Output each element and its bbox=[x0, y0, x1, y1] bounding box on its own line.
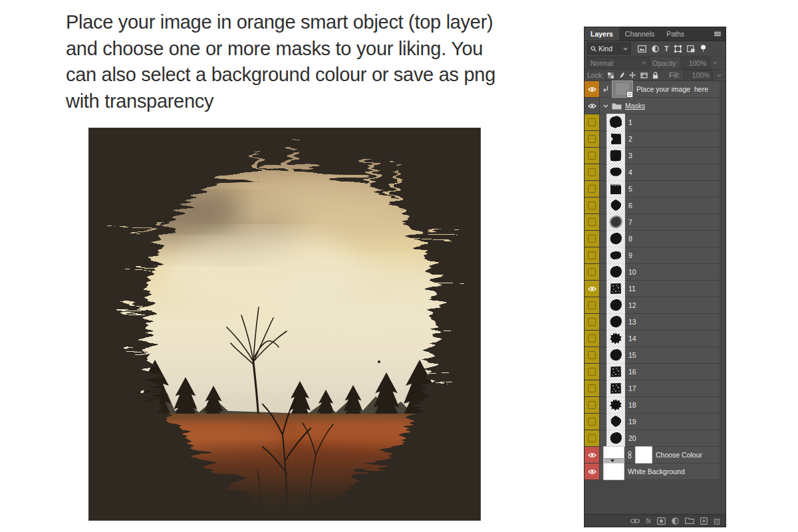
visibility-toggle[interactable] bbox=[585, 114, 600, 131]
visibility-toggle[interactable] bbox=[585, 397, 600, 414]
visibility-toggle[interactable] bbox=[585, 148, 600, 164]
visibility-toggle[interactable] bbox=[585, 347, 600, 364]
mask-thumbnail[interactable] bbox=[606, 430, 625, 447]
layer-effects-icon[interactable]: fx bbox=[646, 517, 651, 525]
visibility-toggle[interactable] bbox=[585, 131, 600, 148]
mask-layer-row[interactable]: 11 bbox=[585, 281, 726, 297]
tab-layers[interactable]: Layers bbox=[585, 27, 619, 41]
new-adjustment-layer-icon[interactable] bbox=[672, 517, 679, 525]
smart-object-thumbnail[interactable] bbox=[612, 80, 633, 98]
mask-layer-row[interactable]: 7 bbox=[585, 214, 726, 231]
adjustment-layers-filter-icon[interactable] bbox=[652, 45, 659, 53]
mask-thumbnail[interactable] bbox=[606, 213, 625, 231]
visibility-toggle[interactable] bbox=[585, 231, 600, 247]
lock-position-icon[interactable] bbox=[629, 72, 636, 78]
filter-kind-dropdown[interactable]: Kind bbox=[587, 43, 631, 55]
mask-layer-row[interactable]: 8 bbox=[585, 231, 726, 247]
link-layers-icon[interactable] bbox=[630, 519, 640, 523]
mask-layer-row[interactable]: 16 bbox=[585, 364, 726, 380]
visibility-toggle[interactable] bbox=[585, 81, 600, 98]
mask-thumbnail[interactable] bbox=[606, 380, 625, 397]
mask-thumbnail[interactable] bbox=[606, 230, 625, 247]
mask-layer-row[interactable]: 10 bbox=[585, 264, 726, 281]
visibility-toggle[interactable] bbox=[585, 281, 600, 297]
tab-channels[interactable]: Channels bbox=[619, 27, 660, 41]
mask-thumbnail[interactable] bbox=[606, 180, 625, 198]
mask-thumbnail[interactable] bbox=[606, 197, 625, 214]
visibility-toggle[interactable] bbox=[585, 164, 600, 181]
visibility-toggle[interactable] bbox=[585, 214, 600, 231]
filter-toggle-icon[interactable] bbox=[700, 45, 706, 53]
layer-mask-thumbnail[interactable] bbox=[635, 446, 652, 464]
mask-thumbnail[interactable] bbox=[606, 247, 625, 264]
mask-thumbnail[interactable] bbox=[606, 164, 625, 181]
lock-paint-icon[interactable] bbox=[618, 72, 624, 78]
visibility-toggle[interactable] bbox=[585, 314, 600, 331]
visibility-toggle[interactable] bbox=[585, 297, 600, 314]
add-layer-mask-icon[interactable] bbox=[657, 517, 666, 525]
smart-object-filter-icon[interactable] bbox=[687, 45, 695, 53]
mask-thumbnail[interactable] bbox=[606, 114, 625, 131]
panel-menu-button[interactable] bbox=[714, 27, 726, 41]
visibility-toggle[interactable] bbox=[585, 464, 600, 480]
mask-layer-row[interactable]: 2 bbox=[585, 131, 726, 148]
mask-layer-row[interactable]: 1 bbox=[585, 114, 726, 131]
mask-layer-row[interactable]: 9 bbox=[585, 247, 726, 264]
lock-all-icon[interactable] bbox=[652, 72, 658, 79]
new-group-icon[interactable] bbox=[685, 517, 694, 524]
mask-thumbnail[interactable] bbox=[606, 147, 625, 164]
visibility-toggle[interactable] bbox=[585, 181, 600, 198]
mask-thumbnail[interactable] bbox=[606, 297, 625, 314]
mask-link-icon[interactable] bbox=[628, 451, 632, 459]
mask-layer-row[interactable]: 14 bbox=[585, 331, 726, 347]
mask-thumbnail[interactable] bbox=[606, 363, 625, 380]
mask-thumbnail[interactable] bbox=[606, 263, 625, 281]
tab-paths[interactable]: Paths bbox=[660, 27, 690, 41]
visibility-toggle[interactable] bbox=[585, 264, 600, 281]
mask-layer-row[interactable]: 3 bbox=[585, 148, 726, 164]
layer-group-row-masks[interactable]: Masks bbox=[585, 98, 726, 114]
chevron-down-icon[interactable] bbox=[713, 61, 718, 65]
visibility-toggle[interactable] bbox=[585, 414, 600, 430]
color-fill-thumbnail[interactable] bbox=[603, 446, 624, 464]
visibility-toggle[interactable] bbox=[585, 430, 600, 447]
lock-transparency-icon[interactable] bbox=[608, 72, 614, 78]
visibility-toggle[interactable] bbox=[585, 447, 600, 464]
mask-thumbnail[interactable] bbox=[606, 330, 625, 347]
mask-layer-row[interactable]: 5 bbox=[585, 181, 726, 198]
mask-layer-row[interactable]: 18 bbox=[585, 397, 726, 414]
visibility-toggle[interactable] bbox=[585, 247, 600, 264]
mask-thumbnail[interactable] bbox=[606, 280, 625, 297]
layer-row-white-background[interactable]: White Background bbox=[585, 464, 726, 480]
visibility-toggle[interactable] bbox=[585, 198, 600, 214]
chevron-down-icon[interactable] bbox=[717, 74, 722, 77]
blend-mode-select[interactable]: Normal bbox=[587, 57, 650, 68]
new-layer-icon[interactable] bbox=[700, 517, 708, 525]
visibility-toggle[interactable] bbox=[585, 331, 600, 347]
mask-thumbnail[interactable] bbox=[606, 346, 625, 364]
mask-layer-row[interactable]: 13 bbox=[585, 314, 726, 331]
mask-layer-row[interactable]: 20 bbox=[585, 430, 726, 447]
visibility-toggle[interactable] bbox=[585, 380, 600, 397]
delete-layer-icon[interactable] bbox=[714, 517, 720, 525]
shape-layers-filter-icon[interactable] bbox=[674, 45, 682, 53]
mask-layer-row[interactable]: 19 bbox=[585, 414, 726, 430]
layer-thumbnail[interactable] bbox=[603, 463, 624, 480]
layer-row-place-your-image[interactable]: Place your image here bbox=[585, 81, 726, 98]
type-layers-filter-icon[interactable]: T bbox=[664, 45, 669, 53]
mask-layer-row[interactable]: 15 bbox=[585, 347, 726, 364]
mask-thumbnail[interactable] bbox=[606, 130, 625, 148]
layer-row-choose-colour[interactable]: Choose Colour bbox=[585, 447, 726, 464]
lock-artboard-icon[interactable] bbox=[640, 72, 648, 78]
mask-layer-row[interactable]: 6 bbox=[585, 198, 726, 214]
opacity-input[interactable]: 100% bbox=[681, 57, 710, 68]
mask-layer-row[interactable]: 4 bbox=[585, 164, 726, 181]
fill-input[interactable]: 100% bbox=[684, 70, 713, 81]
visibility-toggle[interactable] bbox=[585, 364, 600, 380]
visibility-toggle[interactable] bbox=[585, 98, 600, 114]
group-expand-caret-icon[interactable] bbox=[603, 104, 608, 108]
mask-thumbnail[interactable] bbox=[606, 413, 625, 430]
pixel-layers-filter-icon[interactable] bbox=[638, 45, 646, 53]
mask-thumbnail[interactable] bbox=[606, 313, 625, 331]
mask-layer-row[interactable]: 17 bbox=[585, 380, 726, 397]
